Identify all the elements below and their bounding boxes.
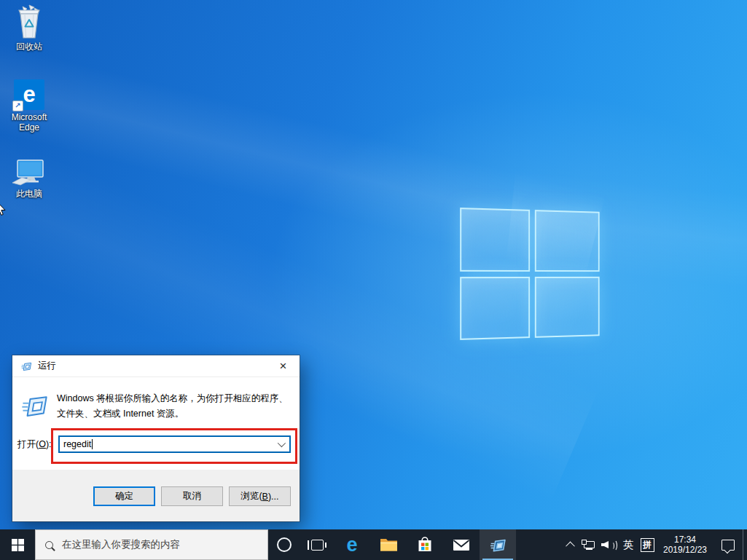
desktop-icon-label: 回收站 [1,42,58,52]
search-placeholder: 在这里输入你要搜索的内容 [62,538,180,551]
description-line2: 文件夹、文档或 Internet 资源。 [57,406,294,422]
task-view-icon [311,540,324,551]
tray-overflow-button[interactable] [561,529,579,560]
taskbar-file-explorer-button[interactable] [370,529,407,560]
run-dialog-description: Windows 将根据你所输入的名称，为你打开相应的程序、 文件夹、文档或 In… [57,391,294,421]
cancel-button[interactable]: 取消 [161,486,223,506]
edge-icon: e [346,535,357,555]
windows-logo-pane [534,210,599,272]
file-explorer-icon [380,537,398,552]
run-dialog-icon [20,360,32,372]
taskbar-search-input[interactable]: 在这里输入你要搜索的内容 [35,529,268,560]
start-button[interactable] [0,529,35,560]
search-icon [45,541,53,549]
action-center-icon [721,540,735,551]
action-center-button[interactable] [713,529,743,560]
run-command-value: regedit [63,439,91,449]
show-desktop-button[interactable] [743,529,747,560]
microsoft-edge-icon: e ↗ [1,75,58,110]
windows-logo-pane [460,277,529,340]
ime-language-label: 英 [623,538,634,552]
taskbar-edge-button[interactable]: e [334,529,370,560]
volume-tray-button[interactable] [598,529,619,560]
run-dialog-footer: 确定 取消 浏览(B)... [12,470,300,521]
ok-button[interactable]: 确定 [93,486,155,506]
taskbar-mail-button[interactable] [443,529,480,560]
run-dialog-title: 运行 [38,360,56,372]
run-dialog-titlebar[interactable]: 运行 × [12,355,300,377]
clock[interactable]: 17:34 2019/12/23 [657,529,713,560]
desktop-icon-label: 此电脑 [1,189,58,199]
desktop-icon-microsoft-edge[interactable]: e ↗ Microsoft Edge [1,75,58,133]
description-line1: Windows 将根据你所输入的名称，为你打开相应的程序、 [57,391,294,406]
windows-logo-pane [534,276,599,338]
run-icon [20,392,49,422]
desktop-icon-recycle-bin[interactable]: 回收站 [1,4,58,52]
microsoft-store-icon [417,536,433,553]
ime-language-button[interactable]: 英 [619,529,638,560]
close-icon[interactable]: × [267,356,300,376]
desktop-icon-this-pc[interactable]: 此电脑 [1,151,58,199]
cortana-button[interactable] [268,529,300,560]
this-pc-icon [1,151,58,186]
run-app-icon [489,537,507,553]
windows-logo-pane [460,208,529,271]
recycle-bin-icon [1,4,58,39]
ime-pinyin-icon: 拼 [641,538,654,552]
network-tray-button[interactable] [579,529,598,560]
desktop-icon-label: Microsoft Edge [1,112,58,133]
text-caret [92,439,93,449]
ime-mode-button[interactable]: 拼 [638,529,657,560]
taskbar-store-button[interactable] [407,529,443,560]
windows-logo-wallpaper [460,208,599,340]
windows-start-icon [12,539,24,551]
system-tray: 英 拼 17:34 2019/12/23 [561,529,747,560]
cortana-icon [277,537,292,552]
network-ethernet-icon [582,540,595,550]
edge-letter: e [23,82,35,108]
mail-icon [453,539,470,551]
taskbar-run-button-active[interactable] [480,529,516,560]
run-command-input[interactable]: regedit [58,435,291,453]
run-dialog: 运行 × Windows 将根据你所输入的名称，为你打开相应的程序、 文件夹、文… [12,355,300,521]
browse-button[interactable]: 浏览(B)... [229,486,291,506]
chevron-down-icon[interactable] [278,439,286,447]
open-field-label: 打开(O): [17,438,52,451]
tray-time: 17:34 [674,535,696,545]
shortcut-arrow-icon: ↗ [12,100,23,111]
chevron-up-icon [566,541,575,551]
taskbar: 在这里输入你要搜索的内容 e [0,529,747,560]
volume-icon [601,539,616,551]
tray-date: 2019/12/23 [663,545,707,555]
mouse-cursor [0,201,6,219]
task-view-button[interactable] [300,529,334,560]
